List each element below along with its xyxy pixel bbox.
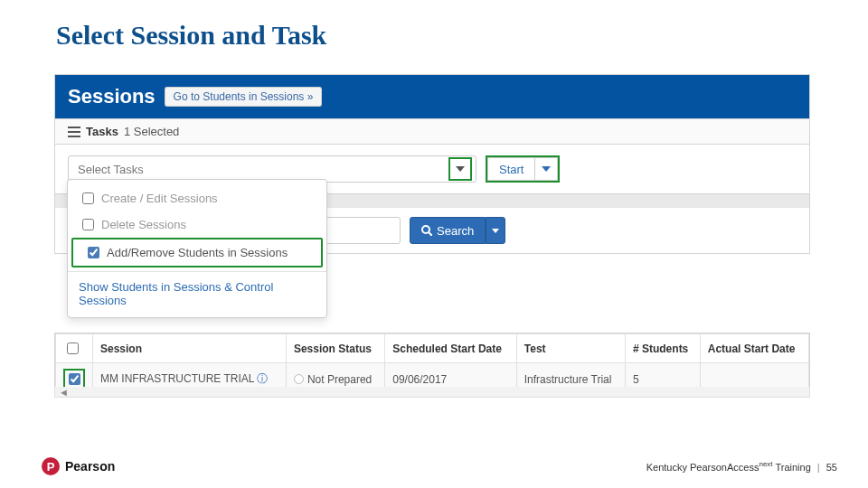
go-to-students-label: Go to Students in Sessions » (174, 90, 314, 103)
footer-page-number: 55 (826, 462, 837, 473)
tasks-selected-count: 1 Selected (124, 125, 179, 138)
header-session: Session (93, 334, 287, 363)
sessions-header-bar: Sessions Go to Students in Sessions » (55, 75, 809, 118)
footer-text-a: Kentucky PearsonAccess (646, 462, 760, 473)
select-tasks-caret-highlight[interactable] (448, 157, 472, 181)
footer-text: Kentucky PearsonAccessnext Training | 55 (646, 460, 837, 473)
info-icon[interactable]: ⓘ (257, 372, 268, 385)
svg-point-0 (422, 226, 429, 233)
menu-item-create-edit[interactable]: Create / Edit Sessions (68, 185, 326, 211)
slide-title: Select Session and Task (56, 20, 326, 51)
footer-superscript: next (759, 460, 772, 468)
header-scheduled: Scheduled Start Date (385, 334, 517, 363)
start-button-caret[interactable] (534, 157, 558, 181)
scroll-left-icon: ◄ (59, 387, 69, 398)
status-dot-icon (294, 374, 304, 384)
start-button[interactable]: Start (487, 157, 534, 181)
start-button-highlight: Start (486, 155, 560, 183)
caret-down-icon (456, 166, 465, 172)
menu-item-delete[interactable]: Delete Sessions (68, 211, 326, 238)
menu-checkbox[interactable] (88, 247, 99, 258)
menu-checkbox[interactable] (82, 219, 94, 230)
tasks-icon (68, 127, 80, 137)
slide-footer: P Pearson Kentucky PearsonAccessnext Tra… (42, 457, 837, 475)
sessions-heading: Sessions (68, 85, 156, 108)
footer-text-b: Training (773, 462, 811, 473)
row-checkbox[interactable] (69, 373, 80, 385)
search-button-caret[interactable] (486, 217, 505, 244)
header-select-all[interactable] (56, 334, 93, 363)
select-tasks-menu: Create / Edit Sessions Delete Sessions A… (67, 179, 327, 318)
select-tasks-placeholder: Select Tasks (78, 163, 144, 176)
go-to-students-link[interactable]: Go to Students in Sessions » (165, 87, 323, 107)
header-test: Test (516, 334, 625, 363)
menu-item-label: Add/Remove Students in Sessions (107, 246, 288, 259)
pearson-brand-name: Pearson (65, 459, 115, 474)
header-actual: Actual Start Date (700, 334, 808, 363)
menu-item-add-remove-highlight[interactable]: Add/Remove Students in Sessions (71, 238, 323, 267)
table-header-row: Session Session Status Scheduled Start D… (56, 334, 809, 363)
menu-item-label: Create / Edit Sessions (101, 192, 218, 205)
footer-separator: | (817, 462, 820, 473)
pearson-logo: P Pearson (42, 457, 115, 475)
header-status: Session Status (286, 334, 384, 363)
svg-line-1 (429, 232, 432, 236)
status-text: Not Prepared (307, 373, 372, 386)
tasks-label: Tasks (86, 125, 118, 138)
header-students: # Students (625, 334, 700, 363)
select-all-checkbox[interactable] (67, 343, 79, 354)
search-button-group: Search (410, 217, 505, 244)
caret-down-icon (542, 166, 551, 172)
menu-item-label: Delete Sessions (101, 218, 186, 231)
pearson-badge-icon: P (42, 457, 60, 475)
session-name: MM INFRASTRUCTURE TRIAL (100, 372, 254, 385)
caret-down-icon (492, 229, 499, 233)
menu-link-show-students[interactable]: Show Students in Sessions & Control Sess… (68, 276, 326, 312)
menu-separator (68, 271, 326, 272)
menu-checkbox[interactable] (82, 192, 94, 204)
horizontal-scrollbar[interactable]: ◄ (54, 387, 810, 398)
tasks-bar: Tasks 1 Selected (55, 118, 809, 145)
search-button-label: Search (437, 224, 474, 238)
search-button[interactable]: Search (410, 217, 486, 244)
search-icon (421, 225, 432, 236)
